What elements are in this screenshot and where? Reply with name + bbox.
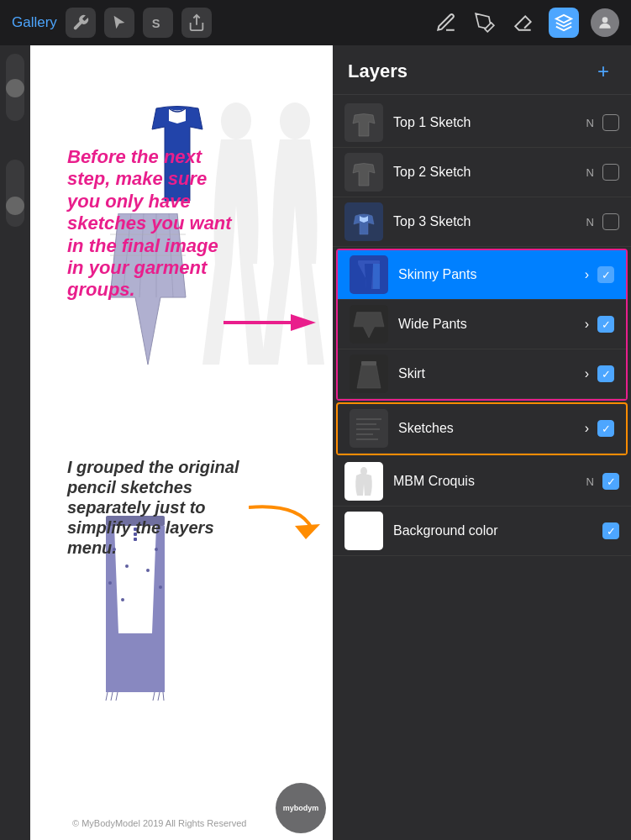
opacity-slider[interactable] [6,160,24,227]
layer-mode-top2: N [586,166,594,179]
share-tool-button[interactable] [181,8,212,38]
svg-rect-33 [358,260,380,264]
gallery-button[interactable]: Gallery [12,14,57,31]
layer-mode-top3: N [586,216,594,228]
layer-item-sketches[interactable]: Sketches › [338,404,626,454]
layer-checkbox-top1[interactable] [602,114,619,131]
sketches-thumb-svg [353,412,385,444]
layer-item-background-color[interactable]: Background color [333,507,631,556]
svg-marker-9 [295,524,320,539]
layer-thumbnail-top1 [344,103,383,142]
layer-checkbox-mbm-croquis[interactable] [602,473,619,490]
brush-size-slider[interactable] [6,54,24,121]
s-tool-button[interactable]: S [143,8,173,38]
logo-badge: mybodym [276,783,326,833]
layer-thumbnail-top2 [344,153,383,192]
toolbar-left: Gallery S [12,8,212,38]
orange-arrow [249,499,333,544]
layers-panel: Layers + Top 1 Sketch N Top 2 [333,45,631,840]
svg-point-12 [125,564,129,568]
svg-point-27 [221,102,251,139]
layer-thumbnail-sketches [350,409,388,448]
layer-item-skirt[interactable]: Skirt › [338,349,626,399]
layer-checkbox-wide-pants[interactable] [597,316,614,333]
svg-line-23 [116,692,118,701]
svg-rect-36 [361,361,376,365]
pink-arrow-svg [223,306,316,339]
layer-item-top3-sketch[interactable]: Top 3 Sketch N [333,197,631,247]
layer-checkbox-top3[interactable] [602,213,619,230]
arrow-tool-button[interactable] [104,8,134,38]
copyright-text: © MyBodyModel 2019 All Rights Reserved [72,818,246,828]
layers-list: Top 1 Sketch N Top 2 Sketch N [333,95,631,840]
pencil-tool-button[interactable] [433,9,460,36]
layer-mode-top1: N [586,117,594,129]
layer-name-wide-pants: Wide Pants [398,317,585,332]
user-avatar[interactable] [591,8,619,37]
layer-name-background-color: Background color [393,523,602,538]
layer-item-top2-sketch[interactable]: Top 2 Sketch N [333,148,631,197]
layer-thumbnail-top3 [344,202,383,241]
layer-checkbox-skinny-pants[interactable] [597,266,614,283]
s-icon: S [149,13,167,32]
layer-item-top1-sketch[interactable]: Top 1 Sketch N [333,98,631,148]
layer-mode-mbm-croquis: N [586,475,594,488]
layer-chevron-sketches: › [585,421,589,436]
svg-point-1 [602,17,608,23]
layer-item-wide-pants[interactable]: Wide Pants › [338,300,626,349]
layer-thumbnail-wide-pants [350,305,388,344]
layers-header: Layers + [333,45,631,95]
top2-thumb-svg [348,156,380,188]
layer-item-skinny-pants[interactable]: Skinny Pants › [338,250,626,300]
layer-name-top2: Top 2 Sketch [393,165,586,180]
svg-rect-45 [348,515,380,547]
layers-panel-button[interactable] [549,8,579,38]
illustration-area: Before the next step, make sure you only… [30,45,333,840]
layer-checkbox-background-color[interactable] [602,522,619,539]
layer-name-mbm-croquis: MBM Croquis [393,474,586,489]
svg-point-13 [108,581,112,585]
toolbar: Gallery S [0,0,631,45]
eraser-tool-button[interactable] [510,9,537,36]
skinny-pants-thumb-svg [353,259,385,291]
instruction-text-1: Before the next step, make sure you only… [67,138,235,302]
layer-checkbox-skirt[interactable] [597,365,614,382]
layer-name-top1: Top 1 Sketch [393,115,586,130]
skirt-thumb-svg [353,358,385,390]
svg-text:S: S [152,17,160,30]
top3-thumb-svg [348,206,380,238]
brush-size-thumb [6,79,24,97]
toolbar-right [433,8,619,38]
opacity-thumb [6,197,24,215]
eraser-icon [513,12,534,34]
layers-icon [555,13,573,32]
wide-pants-thumb-svg [353,308,385,340]
svg-marker-8 [291,314,316,331]
avatar-icon [597,14,613,31]
share-icon [187,13,206,32]
layer-thumbnail-skirt [350,354,388,393]
layer-chevron-skirt: › [585,366,589,381]
layer-checkbox-top2[interactable] [602,164,619,181]
mbm-croquis-thumb-svg [348,465,380,497]
bgcolor-thumb-svg [348,515,380,547]
instruction-text-2: I grouped the original pencil sketches s… [67,449,244,558]
svg-point-17 [159,585,162,589]
add-layer-button[interactable]: + [591,59,616,84]
layer-checkbox-sketches[interactable] [597,420,614,437]
top1-thumb-svg [348,107,380,139]
wrench-tool-button[interactable] [66,8,96,38]
pencil-icon [435,12,457,34]
wrench-icon [71,13,90,32]
svg-line-26 [163,692,164,701]
layers-panel-title: Layers [348,60,408,82]
layer-item-mbm-croquis[interactable]: MBM Croquis N [333,457,631,507]
svg-line-25 [158,692,160,701]
svg-line-21 [106,692,108,701]
orange-border-group: Sketches › [336,402,628,455]
svg-line-22 [111,692,113,701]
pen-tool-button[interactable] [471,9,498,36]
layer-chevron-skinny-pants: › [585,267,589,282]
svg-line-24 [153,692,155,701]
cursor-icon [110,13,129,32]
